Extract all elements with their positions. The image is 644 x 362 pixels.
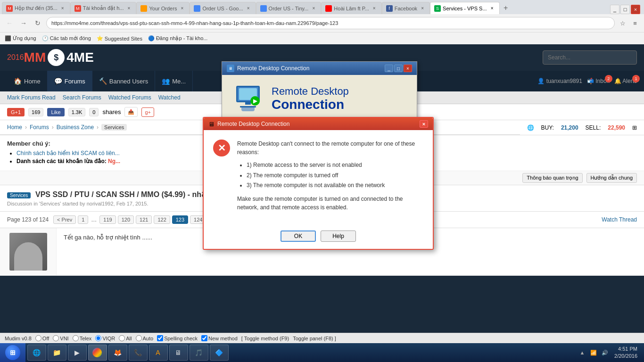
nav-home[interactable]: 🏠 Home [7, 71, 48, 91]
ime-telex-option[interactable]: Telex [73, 335, 92, 341]
ime-off-option[interactable]: Off [35, 335, 49, 341]
search-input[interactable] [543, 50, 637, 65]
browser-tab-2[interactable]: M Tài khoản đặt h... × [70, 2, 137, 14]
watched-link[interactable]: Watched [158, 94, 181, 101]
watched-forums[interactable]: Watched Forums [108, 94, 151, 101]
thong-bao-button[interactable]: Thông báo quan trọng [522, 173, 582, 183]
tab-close-8[interactable]: × [489, 5, 495, 12]
logo-mm: MM [24, 50, 46, 65]
search-forums[interactable]: Search Forums [63, 94, 101, 101]
nav-user[interactable]: 👤 tuanxuan9891 [537, 78, 582, 84]
breadcrumb-forums[interactable]: Forums [30, 124, 49, 131]
taskbar-item-explorer[interactable]: 📁 [48, 345, 66, 361]
tray-arrow[interactable]: ▲ [578, 348, 587, 357]
rdc-big-subtitle: Connection [272, 98, 349, 112]
tab-label-5: Order US - Tiny... [269, 6, 309, 11]
taskbar-item-app[interactable]: 🔷 [210, 345, 229, 361]
browser-tab-1[interactable]: M Hộp thư đến (35... × [2, 2, 70, 14]
tab-label-6: Hoài Lâm ft P... [334, 6, 369, 11]
bookmark-star-icon[interactable]: ☆ [618, 18, 628, 28]
watch-thread-link[interactable]: Watch Thread [602, 216, 637, 223]
page-119-button[interactable]: 119 [99, 215, 116, 224]
bookmark-suggested[interactable]: ⭐ Suggested Sites [97, 35, 142, 41]
spelling-check-option[interactable]: Spelling check [157, 335, 198, 341]
rdc-minimize-button[interactable]: _ [385, 65, 393, 72]
breadcrumb-business-zone[interactable]: Business Zone [57, 124, 94, 131]
notice-item-1[interactable]: Chính sách bảo hiểm khi SCAM có liên... [17, 150, 120, 156]
page-123-button[interactable]: 123 [172, 215, 188, 224]
nav-banned-label: Banned Users [109, 78, 148, 85]
nav-members[interactable]: 👥 Me... [155, 71, 193, 91]
ime-auto-option[interactable]: Auto [136, 335, 154, 341]
browser-tab-6[interactable]: Hoài Lâm ft P... × [321, 2, 381, 14]
tab-favicon-6 [325, 5, 332, 12]
browser-tab-8[interactable]: S Services - VPS S... × [430, 2, 500, 14]
maximize-button[interactable]: □ [620, 5, 630, 14]
tab-close-2[interactable]: × [125, 5, 132, 12]
tab-close-1[interactable]: × [59, 5, 66, 12]
taskbar-item-amazon[interactable]: A [149, 345, 168, 361]
page-1-button[interactable]: 1 [78, 215, 88, 224]
huong-dan-button[interactable]: Hướng dẫn chung [586, 173, 637, 183]
refresh-button[interactable]: ↻ [32, 17, 43, 29]
inbox-button[interactable]: 📬 Inbox 2 [587, 78, 610, 84]
ime-viqr-option[interactable]: VIQR [95, 335, 115, 341]
forward-button[interactable]: → [18, 17, 29, 29]
back-button[interactable]: ← [4, 17, 15, 29]
rdc-close-button[interactable]: × [404, 65, 412, 72]
facebook-like-button[interactable]: Like [47, 108, 64, 116]
ime-all-option[interactable]: All [119, 335, 132, 341]
alerts-button[interactable]: 🔔 Alerts 1 [614, 78, 637, 84]
error-reasons-list: 1) Remote access to the server is not en… [247, 160, 423, 191]
google-plus-button[interactable]: G+1 [7, 108, 25, 116]
site-logo: 2016 MM $ 4ME [7, 49, 94, 66]
browser-tab-4[interactable]: Order US - Goo... × [190, 2, 256, 14]
tab-close-5[interactable]: × [310, 5, 317, 12]
new-method-option[interactable]: New method [201, 335, 238, 341]
tab-label-1: Hộp thư đến (35... [15, 5, 58, 11]
tab-close-7[interactable]: × [419, 5, 426, 12]
page-121-button[interactable]: 121 [136, 215, 152, 224]
notice-item-2[interactable]: Ng... [108, 158, 120, 165]
tab-close-4[interactable]: × [245, 5, 252, 12]
prev-page-button[interactable]: < Prev [53, 215, 76, 224]
browser-tab-7[interactable]: f Facebook × [382, 2, 430, 14]
browser-tab-3[interactable]: Your Orders × [136, 2, 190, 14]
bookmark-apps[interactable]: ⬛ Ứng dụng [5, 35, 36, 41]
taskbar-item-media[interactable]: ▶ [68, 345, 87, 361]
nav-forums[interactable]: 💬 Forums [48, 71, 92, 91]
close-button[interactable]: × [631, 5, 640, 14]
browser-tab-5[interactable]: Order US - Tiny... × [256, 2, 322, 14]
tab-close-6[interactable]: × [371, 5, 378, 12]
share-button[interactable]: 📤 [124, 107, 138, 117]
tab-close-3[interactable]: × [179, 5, 185, 12]
tray-network[interactable]: 📶 [589, 348, 598, 357]
error-close-button[interactable]: × [420, 120, 428, 128]
new-tab-button[interactable]: + [500, 2, 512, 14]
rdc-maximize-button[interactable]: □ [394, 65, 403, 72]
bookmark-login[interactable]: 🔵 Đăng nhập - Tài kho... [148, 35, 208, 41]
gplus-share-button[interactable]: g+ [141, 107, 154, 117]
clock[interactable]: 4:51 PM 2/20/2016 [611, 346, 640, 360]
tray-volume[interactable]: 🔊 [600, 348, 610, 357]
settings-icon[interactable]: ≡ [630, 18, 640, 28]
taskbar-item-chrome[interactable] [88, 345, 107, 361]
page-122-button[interactable]: 122 [154, 215, 170, 224]
address-bar[interactable]: https://mmo4me.com/threads/vps-ssd-ptu-s… [46, 17, 615, 29]
ime-vni-option[interactable]: VNI [53, 335, 68, 341]
taskbar-item-music[interactable]: 🎵 [190, 345, 208, 361]
taskbar-item-ie[interactable]: 🌐 [27, 345, 46, 361]
page-120-button[interactable]: 120 [118, 215, 134, 224]
taskbar-item-firefox[interactable]: 🦊 [108, 345, 127, 361]
taskbar-item-skype[interactable]: 📞 [129, 345, 148, 361]
ok-button[interactable]: OK [281, 230, 316, 242]
help-button[interactable]: Help [321, 230, 356, 242]
start-button[interactable]: ⊞ [0, 343, 25, 362]
nav-banned[interactable]: 🔨 Banned Users [92, 71, 155, 91]
mark-forums-read[interactable]: Mark Forums Read [7, 94, 56, 101]
breadcrumb-home[interactable]: Home [7, 124, 22, 131]
minimize-button[interactable]: _ [610, 5, 619, 14]
bookmark-recently-closed[interactable]: 🕐 Các tab mới đóng [42, 35, 91, 41]
rdc-computer-icon: ▶ [231, 84, 264, 113]
taskbar-item-rdc[interactable]: 🖥 [169, 345, 188, 361]
